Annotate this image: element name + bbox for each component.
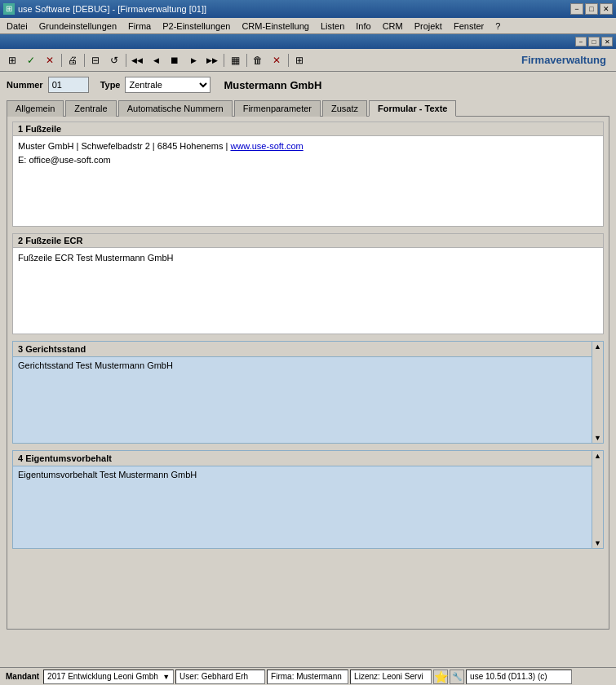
first-button[interactable]: ◀◀ — [128, 51, 146, 69]
status-bar: Mandant 2017 Entwicklung Leoni Gmbh ▼ Us… — [0, 667, 616, 685]
lizenz-field: Lizenz: Leoni Servi — [350, 670, 432, 684]
sep2 — [82, 51, 86, 69]
delete-button[interactable]: 🗑 — [249, 51, 267, 69]
status-icon1[interactable]: ⭐ — [433, 670, 448, 684]
tab-bar: Allgemein Zentrale Automatische Nummern … — [7, 99, 609, 116]
grid-button[interactable]: ⊞ — [3, 51, 21, 69]
inner-title-bar: − □ ✕ — [0, 34, 616, 49]
toolbar: ⊞ ✓ ✕ 🖨 ⊟ ↺ ◀◀ ◀ ⏹ ▶ ▶▶ ▦ 🗑 ✕ ⊞ Firmaver… — [0, 49, 616, 72]
sep1 — [60, 51, 63, 69]
scrollbar-eigentumsvorbehalt[interactable]: ▲ ▼ — [592, 451, 603, 548]
scroll-up-eigentumsvorbehalt[interactable]: ▲ — [593, 451, 602, 461]
sep4 — [222, 51, 225, 69]
status-icon2[interactable]: 🔧 — [450, 670, 464, 684]
inner-min-button[interactable]: − — [575, 37, 587, 46]
section-gerichtsstand-wrapper: 3 Gerichtsstand Gerichtsstand Test Muste… — [12, 341, 604, 444]
menu-info[interactable]: Info — [351, 20, 375, 33]
fusszeile-ecr-text: Fußzeile ECR Test Mustermann GmbH — [18, 253, 174, 263]
maximize-button[interactable]: □ — [585, 3, 598, 15]
check-button[interactable]: ✓ — [22, 51, 40, 69]
menu-p2einstellungen[interactable]: P2-Einstellungen — [157, 20, 235, 33]
refresh-button[interactable]: ↺ — [105, 51, 123, 69]
section-gerichtsstand-content[interactable]: Gerichtsstand Test Mustermann GmbH — [13, 357, 603, 443]
nummer-label: Nummer — [7, 80, 43, 90]
scroll-down-eigentumsvorbehalt[interactable]: ▼ — [593, 538, 602, 548]
title-bar-left: ⊞ use Software [DEBUG] - [Firmaverwaltun… — [3, 3, 206, 15]
scroll-up-gerichtsstand[interactable]: ▲ — [593, 342, 602, 351]
x-button[interactable]: ✕ — [41, 51, 59, 69]
table-button[interactable]: ⊞ — [290, 51, 308, 69]
menu-help[interactable]: ? — [490, 20, 505, 33]
toolbar-title: Firmaverwaltung — [521, 54, 613, 66]
section-fusszeile-content[interactable]: Muster GmbH | Schwefelbadstr 2 | 6845 Ho… — [13, 136, 603, 226]
title-bar-controls[interactable]: − □ ✕ — [570, 3, 613, 15]
section-eigentumsvorbehalt-content[interactable]: Eigentumsvorbehalt Test Mustermann GmbH — [13, 466, 603, 548]
tab-zentrale[interactable]: Zentrale — [65, 100, 116, 117]
section-fusszeile: 1 Fußzeile Muster GmbH | Schwefelbadstr … — [12, 122, 604, 227]
user-field: User: Gebhard Erh — [175, 670, 265, 684]
tab-automatische-nummern[interactable]: Automatische Nummern — [118, 100, 233, 117]
stop-button[interactable]: ⏹ — [166, 51, 184, 69]
firma-name: Mustermann GmbH — [224, 79, 321, 91]
fusszeile-line2: E: office@use-soft.com — [18, 153, 598, 167]
type-label: Type — [100, 80, 121, 90]
menu-datei[interactable]: Datei — [2, 20, 33, 33]
menu-crm[interactable]: CRM — [378, 20, 408, 33]
eigentumsvorbehalt-text: Eigentumsvorbehalt Test Mustermann GmbH — [18, 470, 197, 480]
nummer-input[interactable] — [48, 77, 89, 93]
section-gerichtsstand-title: 3 Gerichtsstand — [13, 342, 603, 357]
prev-button[interactable]: ◀ — [147, 51, 165, 69]
menu-bar: Datei Grundeinstellungen Firma P2-Einste… — [0, 18, 616, 34]
section-fusszeile-ecr: 2 Fußzeile ECR Fußzeile ECR Test Musterm… — [12, 233, 604, 334]
menu-crmeinstellung[interactable]: CRM-Einstellung — [237, 20, 314, 33]
next-button[interactable]: ▶ — [184, 51, 202, 69]
menu-listen[interactable]: Listen — [316, 20, 349, 33]
firma-field: Firma: Mustermann — [267, 670, 348, 684]
menu-grundeinstellungen[interactable]: Grundeinstellungen — [34, 20, 122, 33]
menu-firma[interactable]: Firma — [123, 20, 156, 33]
last-button[interactable]: ▶▶ — [203, 51, 221, 69]
main-area: Nummer Type Zentrale Mustermann GmbH All… — [0, 72, 616, 685]
section-eigentumsvorbehalt: 4 Eigentumsvorbehalt Eigentumsvorbehalt … — [12, 450, 604, 549]
zoom-button[interactable]: ⊟ — [86, 51, 104, 69]
tab-zusatz[interactable]: Zusatz — [322, 100, 367, 117]
sep6 — [286, 51, 290, 69]
form-row: Nummer Type Zentrale Mustermann GmbH — [7, 77, 609, 93]
close-button[interactable]: ✕ — [600, 3, 613, 15]
app-title: use Software [DEBUG] - [Firmaverwaltung … — [18, 4, 206, 14]
content-panel: 1 Fußzeile Muster GmbH | Schwefelbadstr … — [7, 116, 609, 630]
fusszeile-link[interactable]: www.use-soft.com — [230, 141, 303, 151]
section-eigentumsvorbehalt-title: 4 Eigentumsvorbehalt — [13, 451, 603, 466]
tab-formular-texte[interactable]: Formular - Texte — [369, 100, 456, 117]
type-select[interactable]: Zentrale — [125, 77, 211, 93]
version-field: use 10.5d (D11.3) (c) — [466, 670, 572, 684]
gerichtsstand-text: Gerichtsstand Test Mustermann GmbH — [18, 360, 173, 370]
main-content: Nummer Type Zentrale Mustermann GmbH All… — [0, 72, 616, 685]
section-fusszeile-ecr-title: 2 Fußzeile ECR — [13, 234, 603, 248]
app-icon: ⊞ — [3, 3, 15, 15]
sep5 — [245, 51, 248, 69]
sep3 — [124, 51, 127, 69]
tab-allgemein[interactable]: Allgemein — [7, 100, 64, 117]
menu-fenster[interactable]: Fenster — [449, 20, 489, 33]
section-fusszeile-ecr-content[interactable]: Fußzeile ECR Test Mustermann GmbH — [13, 248, 603, 334]
minimize-button[interactable]: − — [570, 3, 583, 15]
inner-max-button[interactable]: □ — [588, 37, 600, 46]
title-bar: ⊞ use Software [DEBUG] - [Firmaverwaltun… — [0, 0, 616, 18]
menu-projekt[interactable]: Projekt — [410, 20, 447, 33]
tab-firmenparameter[interactable]: Firmenparameter — [234, 100, 321, 117]
mandant-value[interactable]: 2017 Entwicklung Leoni Gmbh ▼ — [43, 670, 174, 684]
cancel-button[interactable]: ✕ — [268, 51, 286, 69]
scrollbar-gerichtsstand[interactable]: ▲ ▼ — [592, 342, 603, 443]
inner-close-button[interactable]: ✕ — [601, 37, 613, 46]
grid2-button[interactable]: ▦ — [226, 51, 244, 69]
section-eigentumsvorbehalt-wrapper: 4 Eigentumsvorbehalt Eigentumsvorbehalt … — [12, 450, 604, 549]
mandant-dropdown-icon[interactable]: ▼ — [162, 673, 170, 681]
print-button[interactable]: 🖨 — [64, 51, 82, 69]
scroll-down-gerichtsstand[interactable]: ▼ — [593, 433, 602, 443]
section-fusszeile-title: 1 Fußzeile — [13, 122, 603, 136]
mandant-label: Mandant — [3, 672, 42, 681]
fusszeile-line1: Muster GmbH | Schwefelbadstr 2 | 6845 Ho… — [18, 139, 598, 153]
section-gerichtsstand: 3 Gerichtsstand Gerichtsstand Test Muste… — [12, 341, 604, 444]
